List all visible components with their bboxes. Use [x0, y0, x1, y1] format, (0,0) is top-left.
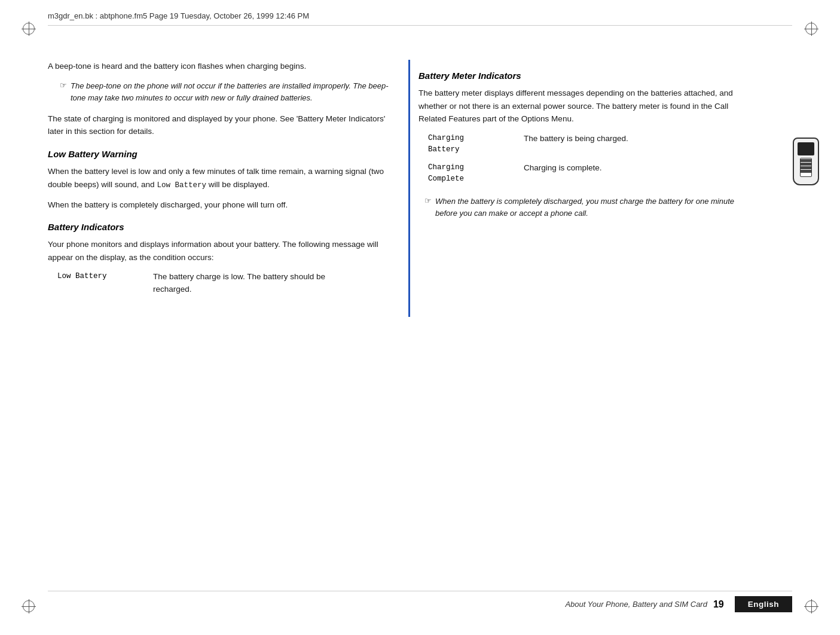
- indicator-code-low-battery: Low Battery: [57, 271, 153, 282]
- note-text-1: The beep-tone on the phone will not occu…: [71, 80, 395, 104]
- right-column: Battery Meter Indicators The battery met…: [419, 60, 753, 228]
- corner-cross-tr: [804, 22, 818, 36]
- indicator-code-charging-battery: Charging Battery: [428, 133, 524, 155]
- left-column: A beep-tone is heard and the battery ico…: [48, 60, 395, 304]
- phone-sidebar: [789, 138, 822, 185]
- note-block-1: ☞ The beep-tone on the phone will not oc…: [60, 80, 395, 104]
- note-icon-1: ☞: [60, 81, 67, 104]
- corner-cross-bl: [22, 599, 36, 613]
- section-battery-indicators-heading: Battery Indicators: [48, 222, 395, 232]
- indicator-row-low-battery: Low Battery The battery charge is low. T…: [57, 271, 395, 296]
- corner-cross-tl: [22, 22, 36, 36]
- note-block-right: ☞ When the battery is completely dischar…: [424, 196, 753, 219]
- low-battery-para1: When the battery level is low and only a…: [48, 165, 395, 191]
- intro-text: A beep-tone is heard and the battery ico…: [48, 60, 395, 73]
- header-text: m3gdr_en.bk : abtphone.fm5 Page 19 Tuesd…: [48, 11, 309, 20]
- low-battery-para2: When the battery is completely discharge…: [48, 199, 395, 212]
- section-low-battery-heading: Low Battery Warning: [48, 149, 395, 159]
- state-text: The state of charging is monitored and d…: [48, 112, 395, 138]
- left-indicator-table: Low Battery The battery charge is low. T…: [57, 271, 395, 296]
- footer-text: About Your Phone, Battery and SIM Card: [565, 600, 707, 609]
- page-container: m3gdr_en.bk : abtphone.fm5 Page 19 Tuesd…: [0, 0, 840, 635]
- phone-battery-indicator: [800, 158, 812, 177]
- note-icon-right: ☞: [424, 196, 432, 219]
- right-indicator-table: Charging Battery The battery is being ch…: [428, 133, 753, 185]
- phone-screen: [798, 142, 814, 155]
- indicator-row-charging-complete: Charging Complete Charging is complete.: [428, 162, 753, 185]
- battery-meter-heading: Battery Meter Indicators: [419, 71, 753, 81]
- footer-page-number: 19: [713, 599, 724, 610]
- indicator-desc-charging-complete: Charging is complete.: [524, 162, 602, 175]
- footer-language-tab: English: [735, 596, 792, 612]
- page-header: m3gdr_en.bk : abtphone.fm5 Page 19 Tuesd…: [48, 11, 792, 26]
- battery-seg-1: [801, 169, 811, 173]
- battery-meter-para: The battery meter displays different mes…: [419, 87, 753, 126]
- battery-indicators-para: Your phone monitors and displays informa…: [48, 238, 395, 264]
- indicator-desc-charging-battery: The battery is being charged.: [524, 133, 628, 145]
- indicator-row-charging-battery: Charging Battery The battery is being ch…: [428, 133, 753, 155]
- corner-cross-br: [804, 599, 818, 613]
- indicator-desc-low-battery: The battery charge is low. The battery s…: [153, 271, 344, 296]
- phone-graphic: [793, 138, 819, 185]
- indicator-code-charging-complete: Charging Complete: [428, 162, 524, 185]
- note-text-right: When the battery is completely discharge…: [435, 196, 753, 219]
- page-footer: About Your Phone, Battery and SIM Card 1…: [48, 591, 792, 612]
- column-divider: [408, 60, 410, 317]
